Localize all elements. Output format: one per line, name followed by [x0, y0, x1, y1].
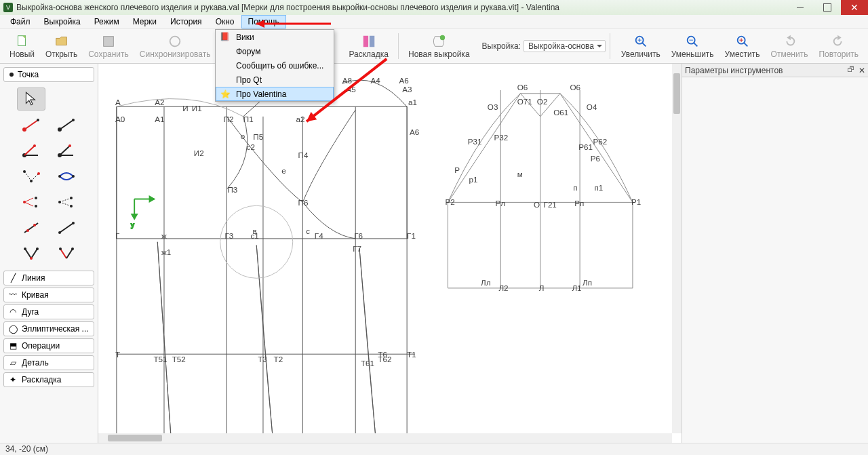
svg-text:Л2: Л2 [498, 283, 508, 292]
svg-text:Р62: Р62 [593, 137, 608, 146]
save-button[interactable]: Сохранить [83, 33, 134, 60]
undo-button[interactable]: Отменить [766, 33, 814, 60]
cat-line[interactable]: ╱Линия [3, 271, 94, 285]
minimize-button[interactable] [787, 0, 814, 15]
zoom-fit-button[interactable]: Уместить [719, 33, 766, 60]
svg-text:Р32: Р32 [494, 133, 509, 142]
svg-text:Т52: Т52 [172, 355, 186, 363]
svg-text:П2: П2 [224, 115, 234, 123]
ops-icon: ⬒ [8, 341, 18, 351]
svg-text:р1: р1 [469, 175, 478, 184]
svg-text:П5: П5 [253, 132, 263, 141]
redo-button[interactable]: Повторить [813, 33, 864, 60]
status-bar: 34, -20 (см) [0, 443, 868, 455]
svg-text:Л: Л [539, 283, 545, 292]
pin-icon[interactable]: 🗗 [847, 65, 854, 73]
svg-text:Т: Т [115, 350, 120, 359]
svg-text:Г4: Г4 [315, 231, 323, 240]
new-button[interactable]: Новый [4, 33, 40, 60]
menu-window[interactable]: Окно [209, 15, 241, 28]
svg-text:а1: а1 [408, 98, 417, 106]
menu-item-forum[interactable]: Форум [216, 44, 334, 58]
svg-text:Т61: Т61 [361, 359, 374, 368]
menu-file[interactable]: Файл [3, 15, 37, 28]
menu-history[interactable]: История [163, 15, 209, 28]
tool-branch-dash[interactable] [52, 191, 81, 214]
svg-point-43 [72, 175, 75, 178]
svg-point-63 [36, 248, 39, 250]
svg-text:Г21: Г21 [544, 200, 557, 209]
close-button[interactable]: ✕ [841, 0, 868, 15]
svg-text:А5: А5 [347, 85, 356, 94]
tool-diag-black[interactable] [52, 216, 81, 239]
svg-point-9 [440, 35, 445, 39]
menu-mode[interactable]: Режим [87, 15, 126, 28]
tool-line-red[interactable] [17, 113, 45, 136]
help-dropdown: 📕Вики Форум Сообщить об ошибке... Про Qt… [215, 29, 334, 102]
arc-icon: ◠ [8, 307, 18, 317]
svg-text:о: о [241, 132, 245, 140]
menu-item-wiki[interactable]: 📕Вики [216, 30, 334, 44]
zoom-out-button[interactable]: Уменьшить [666, 33, 719, 60]
canvas-area[interactable]: y [98, 64, 682, 443]
tool-shape-blue[interactable] [52, 165, 81, 188]
zoom-in-button[interactable]: Увеличить [616, 33, 666, 60]
tool-branch-red[interactable] [17, 191, 45, 214]
svg-line-50 [60, 198, 71, 202]
tool-angle-black[interactable] [52, 139, 81, 162]
open-button[interactable]: Открыть [40, 33, 83, 60]
tool-angle-red[interactable] [17, 139, 45, 162]
svg-point-25 [37, 119, 39, 121]
svg-point-28 [72, 119, 75, 121]
cat-detail[interactable]: ▱Деталь [3, 355, 94, 370]
svg-text:Р1: Р1 [631, 197, 641, 206]
svg-text:с: с [306, 226, 310, 235]
tool-v-shape[interactable] [17, 242, 45, 265]
svg-text:Лп: Лп [583, 278, 592, 287]
svg-line-61 [31, 249, 37, 258]
tool-diag-dots[interactable] [17, 216, 45, 239]
svg-text:Р6: Р6 [591, 154, 600, 163]
menu-help[interactable]: Помощь [241, 15, 286, 28]
svg-text:с1: с1 [250, 231, 258, 240]
svg-text:Г3: Г3 [225, 231, 234, 240]
svg-rect-7 [363, 35, 368, 47]
pattern-combo[interactable]: Выкройка-основа [524, 40, 606, 52]
cat-elliptical[interactable]: ◯Эллиптическая ... [3, 321, 94, 336]
tool-v-red[interactable] [52, 242, 81, 265]
tool-line-black[interactable] [52, 113, 81, 136]
toolbox-header[interactable]: Точка [3, 67, 94, 82]
maximize-button[interactable] [814, 0, 841, 15]
layout-icon: ✦ [8, 375, 18, 384]
svg-text:А0: А0 [115, 115, 125, 123]
menu-item-about-valentina[interactable]: ⭐Про Valentina [216, 87, 334, 101]
cat-operations[interactable]: ⬒Операции [3, 338, 94, 353]
svg-text:О61: О61 [553, 108, 568, 117]
svg-line-35 [60, 146, 70, 155]
params-title: Параметры инструментов [685, 66, 783, 75]
svg-line-46 [24, 202, 33, 206]
tool-poly-dash[interactable] [17, 165, 45, 188]
window-title: Выкройка-основа женского плечевого издел… [16, 3, 787, 12]
layout-button[interactable]: Раскладка [343, 33, 394, 60]
tool-pointer[interactable] [17, 87, 45, 111]
main-toolbar: Новый Открыть Сохранить Синхронизировать… [0, 29, 868, 64]
vertical-scrollbar[interactable] [672, 64, 682, 433]
menu-pattern[interactable]: Выкройка [37, 15, 87, 28]
cat-arc[interactable]: ◠Дуга [3, 304, 94, 319]
svg-text:Лл: Лл [481, 278, 490, 287]
svg-text:а2: а2 [296, 115, 305, 123]
svg-point-68 [71, 248, 74, 250]
cat-curve[interactable]: 〰Кривая [3, 288, 94, 302]
new-pattern-button[interactable]: Новая выкройка [403, 33, 475, 60]
menu-measurements[interactable]: Мерки [126, 15, 163, 28]
svg-line-57 [60, 223, 73, 233]
svg-text:П3: П3 [227, 185, 237, 194]
menu-item-about-qt[interactable]: Про Qt [216, 73, 334, 87]
svg-marker-70 [150, 197, 155, 202]
horizontal-scrollbar[interactable] [98, 433, 672, 443]
menu-item-report-bug[interactable]: Сообщить об ошибке... [216, 58, 334, 73]
sync-button[interactable]: Синхронизировать [134, 33, 216, 60]
cat-layout[interactable]: ✦Раскладка [3, 372, 94, 387]
svg-line-65 [60, 249, 66, 258]
